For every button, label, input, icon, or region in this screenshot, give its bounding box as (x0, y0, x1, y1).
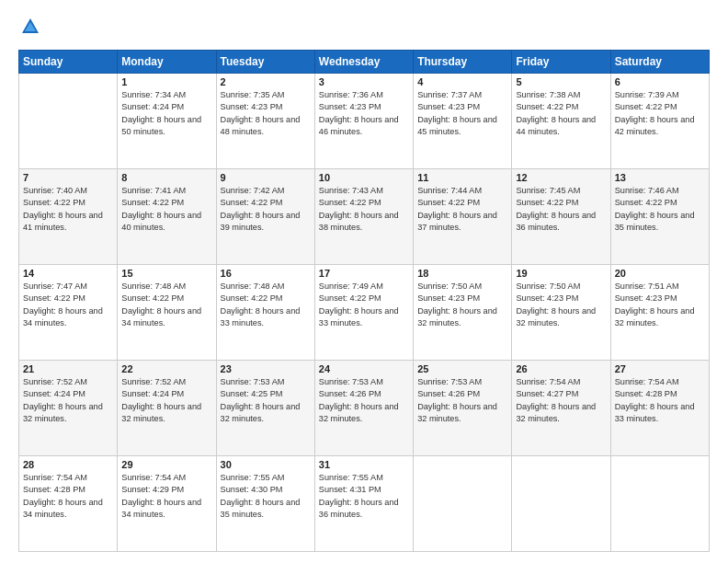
day-info: Sunrise: 7:54 AMSunset: 4:28 PMDaylight:… (615, 376, 705, 425)
day-cell: 18Sunrise: 7:50 AMSunset: 4:23 PMDayligh… (414, 265, 512, 361)
day-info: Sunrise: 7:36 AMSunset: 4:23 PMDaylight:… (319, 89, 409, 138)
day-info: Sunrise: 7:45 AMSunset: 4:22 PMDaylight:… (516, 185, 606, 234)
day-number: 2 (221, 76, 311, 87)
day-cell (414, 456, 512, 552)
day-info: Sunrise: 7:42 AMSunset: 4:22 PMDaylight:… (221, 185, 311, 234)
day-cell: 27Sunrise: 7:54 AMSunset: 4:28 PMDayligh… (610, 361, 709, 456)
day-cell: 21Sunrise: 7:52 AMSunset: 4:24 PMDayligh… (19, 361, 118, 456)
day-number: 27 (615, 363, 705, 374)
logo-icon (20, 17, 40, 37)
day-number: 28 (23, 459, 113, 470)
day-number: 9 (221, 172, 311, 183)
day-cell: 14Sunrise: 7:47 AMSunset: 4:22 PMDayligh… (19, 265, 118, 361)
day-cell: 20Sunrise: 7:51 AMSunset: 4:23 PMDayligh… (610, 265, 709, 361)
day-number: 30 (221, 459, 311, 470)
day-info: Sunrise: 7:37 AMSunset: 4:23 PMDaylight:… (417, 89, 507, 138)
week-row-4: 28Sunrise: 7:54 AMSunset: 4:28 PMDayligh… (19, 456, 710, 552)
day-number: 1 (121, 76, 211, 87)
day-number: 29 (121, 459, 211, 470)
weekday-header-saturday: Saturday (610, 51, 709, 74)
day-cell: 22Sunrise: 7:52 AMSunset: 4:24 PMDayligh… (118, 361, 216, 456)
day-number: 14 (23, 268, 113, 279)
day-info: Sunrise: 7:40 AMSunset: 4:22 PMDaylight:… (23, 185, 113, 234)
day-info: Sunrise: 7:38 AMSunset: 4:22 PMDaylight:… (516, 89, 606, 138)
day-info: Sunrise: 7:54 AMSunset: 4:27 PMDaylight:… (516, 376, 606, 425)
weekday-header-monday: Monday (118, 51, 216, 74)
logo (18, 17, 40, 40)
header (18, 17, 710, 40)
calendar-page: SundayMondayTuesdayWednesdayThursdayFrid… (0, 0, 728, 563)
day-cell: 16Sunrise: 7:48 AMSunset: 4:22 PMDayligh… (216, 265, 314, 361)
weekday-header-sunday: Sunday (19, 51, 118, 74)
day-info: Sunrise: 7:53 AMSunset: 4:26 PMDaylight:… (417, 376, 507, 425)
day-number: 11 (417, 172, 507, 183)
day-cell: 9Sunrise: 7:42 AMSunset: 4:22 PMDaylight… (216, 169, 314, 265)
day-info: Sunrise: 7:52 AMSunset: 4:24 PMDaylight:… (121, 376, 211, 425)
day-number: 4 (417, 76, 507, 87)
day-number: 10 (319, 172, 409, 183)
day-cell: 8Sunrise: 7:41 AMSunset: 4:22 PMDaylight… (118, 169, 216, 265)
day-cell: 2Sunrise: 7:35 AMSunset: 4:23 PMDaylight… (216, 74, 314, 169)
weekday-header-wednesday: Wednesday (314, 51, 413, 74)
day-info: Sunrise: 7:48 AMSunset: 4:22 PMDaylight:… (121, 281, 211, 329)
day-cell: 6Sunrise: 7:39 AMSunset: 4:22 PMDaylight… (610, 74, 709, 169)
day-number: 19 (516, 268, 606, 279)
day-number: 23 (221, 363, 311, 374)
day-cell: 26Sunrise: 7:54 AMSunset: 4:27 PMDayligh… (512, 361, 610, 456)
day-info: Sunrise: 7:52 AMSunset: 4:24 PMDaylight:… (23, 376, 113, 425)
day-cell: 23Sunrise: 7:53 AMSunset: 4:25 PMDayligh… (216, 361, 314, 456)
day-info: Sunrise: 7:54 AMSunset: 4:29 PMDaylight:… (121, 472, 211, 521)
day-info: Sunrise: 7:53 AMSunset: 4:26 PMDaylight:… (319, 376, 409, 425)
day-number: 25 (417, 363, 507, 374)
day-cell: 25Sunrise: 7:53 AMSunset: 4:26 PMDayligh… (414, 361, 512, 456)
day-info: Sunrise: 7:41 AMSunset: 4:22 PMDaylight:… (121, 185, 211, 234)
day-number: 31 (319, 459, 409, 470)
day-info: Sunrise: 7:50 AMSunset: 4:23 PMDaylight:… (417, 281, 507, 329)
day-number: 12 (516, 172, 606, 183)
day-cell: 31Sunrise: 7:55 AMSunset: 4:31 PMDayligh… (314, 456, 413, 552)
weekday-header-thursday: Thursday (414, 51, 512, 74)
day-cell: 15Sunrise: 7:48 AMSunset: 4:22 PMDayligh… (118, 265, 216, 361)
week-row-1: 7Sunrise: 7:40 AMSunset: 4:22 PMDaylight… (19, 169, 710, 265)
day-number: 7 (23, 172, 113, 183)
day-info: Sunrise: 7:47 AMSunset: 4:22 PMDaylight:… (23, 281, 113, 329)
day-info: Sunrise: 7:55 AMSunset: 4:30 PMDaylight:… (221, 472, 311, 521)
day-number: 22 (121, 363, 211, 374)
day-number: 21 (23, 363, 113, 374)
week-row-0: 1Sunrise: 7:34 AMSunset: 4:24 PMDaylight… (19, 74, 710, 169)
day-number: 5 (516, 76, 606, 87)
day-cell: 1Sunrise: 7:34 AMSunset: 4:24 PMDaylight… (118, 74, 216, 169)
day-cell: 28Sunrise: 7:54 AMSunset: 4:28 PMDayligh… (19, 456, 118, 552)
day-info: Sunrise: 7:55 AMSunset: 4:31 PMDaylight:… (319, 472, 409, 521)
day-info: Sunrise: 7:44 AMSunset: 4:22 PMDaylight:… (417, 185, 507, 234)
day-cell: 12Sunrise: 7:45 AMSunset: 4:22 PMDayligh… (512, 169, 610, 265)
week-row-3: 21Sunrise: 7:52 AMSunset: 4:24 PMDayligh… (19, 361, 710, 456)
day-cell: 3Sunrise: 7:36 AMSunset: 4:23 PMDaylight… (314, 74, 413, 169)
day-number: 17 (319, 268, 409, 279)
day-number: 6 (615, 76, 705, 87)
day-cell: 7Sunrise: 7:40 AMSunset: 4:22 PMDaylight… (19, 169, 118, 265)
week-row-2: 14Sunrise: 7:47 AMSunset: 4:22 PMDayligh… (19, 265, 710, 361)
day-cell: 10Sunrise: 7:43 AMSunset: 4:22 PMDayligh… (314, 169, 413, 265)
day-cell: 19Sunrise: 7:50 AMSunset: 4:23 PMDayligh… (512, 265, 610, 361)
day-info: Sunrise: 7:48 AMSunset: 4:22 PMDaylight:… (221, 281, 311, 329)
day-info: Sunrise: 7:50 AMSunset: 4:23 PMDaylight:… (516, 281, 606, 329)
day-cell: 24Sunrise: 7:53 AMSunset: 4:26 PMDayligh… (314, 361, 413, 456)
day-cell (512, 456, 610, 552)
day-number: 20 (615, 268, 705, 279)
day-number: 16 (221, 268, 311, 279)
day-info: Sunrise: 7:35 AMSunset: 4:23 PMDaylight:… (221, 89, 311, 138)
day-number: 24 (319, 363, 409, 374)
calendar-table: SundayMondayTuesdayWednesdayThursdayFrid… (18, 50, 710, 552)
day-cell: 11Sunrise: 7:44 AMSunset: 4:22 PMDayligh… (414, 169, 512, 265)
day-cell (610, 456, 709, 552)
day-number: 26 (516, 363, 606, 374)
day-info: Sunrise: 7:49 AMSunset: 4:22 PMDaylight:… (319, 281, 409, 329)
day-number: 8 (121, 172, 211, 183)
day-info: Sunrise: 7:54 AMSunset: 4:28 PMDaylight:… (23, 472, 113, 521)
day-info: Sunrise: 7:34 AMSunset: 4:24 PMDaylight:… (121, 89, 211, 138)
day-number: 15 (121, 268, 211, 279)
day-number: 13 (615, 172, 705, 183)
day-number: 3 (319, 76, 409, 87)
day-cell: 29Sunrise: 7:54 AMSunset: 4:29 PMDayligh… (118, 456, 216, 552)
